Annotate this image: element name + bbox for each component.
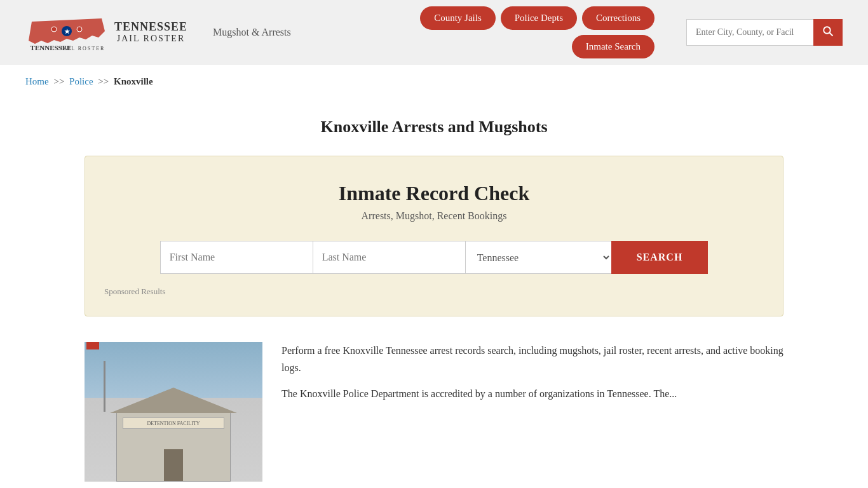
site-logo[interactable]: ★ TENNESSEE JAIL ROSTER TENNESSEE JAIL R… (25, 9, 187, 57)
record-check-box: Inmate Record Check Arrests, Mugshot, Re… (85, 156, 783, 316)
page-title: Knoxville Arrests and Mugshots (25, 118, 843, 137)
facility-image: DETENTION FACILITY (85, 342, 262, 482)
breadcrumb-current: Knoxville (114, 76, 153, 86)
content-section: DETENTION FACILITY Perform a free Knoxvi… (85, 342, 783, 482)
content-para2: The Knoxville Police Department is accre… (281, 385, 783, 402)
main-content: Knoxville Arrests and Mugshots Inmate Re… (0, 98, 868, 488)
logo-tennessee: TENNESSEE (114, 20, 187, 34)
breadcrumb-sep1: >> (53, 76, 64, 86)
first-name-input[interactable] (160, 241, 313, 274)
breadcrumb: Home >> Police >> Knoxville (0, 65, 868, 98)
police-depts-button[interactable]: Police Depts (501, 6, 577, 30)
logo-jail-roster: JAIL ROSTER (114, 34, 187, 44)
svg-point-3 (77, 27, 82, 32)
record-check-subtitle: Arrests, Mugshot, Recent Bookings (104, 210, 764, 222)
logo-svg: ★ TENNESSEE JAIL ROSTER (25, 9, 108, 57)
header-search-button[interactable] (813, 19, 843, 46)
site-header: ★ TENNESSEE JAIL ROSTER TENNESSEE JAIL R… (0, 0, 868, 65)
svg-point-2 (51, 27, 57, 32)
breadcrumb-home[interactable]: Home (25, 76, 49, 86)
svg-point-6 (824, 27, 831, 34)
svg-line-7 (829, 32, 832, 36)
county-jails-button[interactable]: County Jails (420, 6, 496, 30)
record-check-title: Inmate Record Check (104, 182, 764, 205)
main-nav: County Jails Police Depts Corrections In… (420, 6, 654, 58)
sponsored-label: Sponsored Results (104, 287, 764, 297)
mugshot-label: Mugshot & Arrests (213, 27, 291, 38)
inmate-search-button[interactable]: Inmate Search (572, 35, 654, 58)
content-para1: Perform a free Knoxville Tennessee arres… (281, 342, 783, 376)
content-text: Perform a free Knoxville Tennessee arres… (281, 342, 783, 482)
record-search-form: AlabamaAlaskaArizonaArkansasCaliforniaCo… (104, 241, 764, 274)
corrections-button[interactable]: Corrections (582, 6, 654, 30)
svg-text:JAIL ROSTER: JAIL ROSTER (60, 46, 105, 51)
record-search-button[interactable]: SEARCH (611, 241, 709, 274)
last-name-input[interactable] (313, 241, 465, 274)
breadcrumb-sep2: >> (98, 76, 109, 86)
search-icon (822, 25, 834, 37)
state-select[interactable]: AlabamaAlaskaArizonaArkansasCaliforniaCo… (465, 241, 611, 274)
svg-text:★: ★ (64, 28, 71, 35)
breadcrumb-police[interactable]: Police (69, 76, 93, 86)
header-search (686, 19, 843, 46)
header-search-input[interactable] (686, 19, 813, 46)
